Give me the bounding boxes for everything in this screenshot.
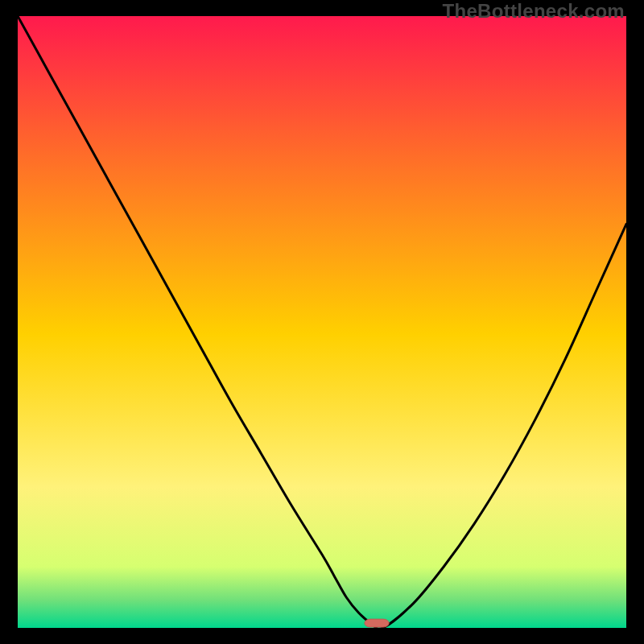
- optimum-marker: [365, 619, 389, 627]
- chart-svg: [18, 16, 626, 628]
- chart-frame: TheBottleneck.com: [0, 0, 644, 644]
- watermark-text: TheBottleneck.com: [443, 0, 625, 23]
- gradient-background: [18, 16, 626, 628]
- plot-area: [18, 16, 626, 628]
